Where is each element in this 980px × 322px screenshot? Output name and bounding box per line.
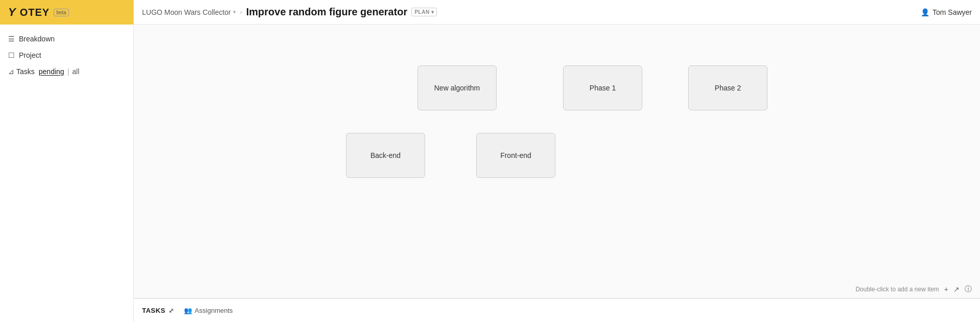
sidebar-item-project-label: Project <box>19 51 41 59</box>
logo-text: OTEY <box>20 7 50 18</box>
tasks-footer: TASKS ⤢ 👥 Assignments <box>134 298 980 322</box>
dropdown-chevron-icon: ▾ <box>233 9 236 15</box>
sidebar-item-breakdown-label: Breakdown <box>19 35 55 43</box>
canvas-node-phase-1[interactable]: Phase 1 <box>563 65 642 110</box>
header: LUGO Moon Wars Collector ▾ › Improve ran… <box>134 0 980 25</box>
canvas-node-new-algorithm[interactable]: New algorithm <box>417 65 497 110</box>
add-node-icon[interactable]: + <box>944 285 948 293</box>
plan-badge-label: PLAN <box>414 9 429 15</box>
info-icon[interactable]: ⓘ <box>965 285 972 294</box>
canvas-hint: Double-click to add a new item + ↗ ⓘ <box>855 285 972 294</box>
user-avatar-icon: 👤 <box>921 8 929 16</box>
sidebar: Y OTEY beta ☰ Breakdown ☐ Project ⊿ Task… <box>0 0 134 322</box>
tasks-title: TASKS <box>142 307 166 314</box>
canvas-node-phase-2[interactable]: Phase 2 <box>688 65 767 110</box>
canvas-area[interactable]: Double-click to add a new item + ↗ ⓘ New… <box>134 25 980 298</box>
page-title: Improve random figure generator <box>246 6 408 18</box>
canvas-node-back-end[interactable]: Back-end <box>346 133 425 178</box>
plan-badge[interactable]: PLAN ▾ <box>411 8 437 16</box>
tasks-pending-filter[interactable]: pending <box>39 67 64 76</box>
tasks-label: Tasks <box>16 67 35 76</box>
sidebar-nav: ☰ Breakdown ☐ Project ⊿ Tasks pending | … <box>0 25 133 86</box>
assignments-people-icon: 👥 <box>184 307 192 314</box>
sidebar-item-project[interactable]: ☐ Project <box>0 47 133 63</box>
breakdown-icon: ☰ <box>8 35 15 43</box>
canvas-node-front-end[interactable]: Front-end <box>476 133 555 178</box>
beta-badge: beta <box>54 9 68 16</box>
tasks-all-filter[interactable]: all <box>72 67 79 76</box>
tasks-expand-icon[interactable]: ⤢ <box>169 307 174 314</box>
tasks-separator: | <box>67 67 69 76</box>
breadcrumb-separator: › <box>240 9 242 16</box>
project-icon: ☐ <box>8 51 15 59</box>
user-menu[interactable]: 👤 Tom Sawyer <box>921 8 972 16</box>
tasks-filter-icon: ⊿ <box>8 67 14 76</box>
breadcrumb-project[interactable]: LUGO Moon Wars Collector ▾ <box>142 8 236 16</box>
external-link-icon[interactable]: ↗ <box>953 285 960 293</box>
sidebar-tasks-row: ⊿ Tasks pending | all <box>0 63 133 80</box>
sidebar-item-breakdown[interactable]: ☰ Breakdown <box>0 31 133 47</box>
logo-y-letter: Y <box>8 6 16 19</box>
hint-text: Double-click to add a new item <box>855 286 939 293</box>
assignments-button[interactable]: 👥 Assignments <box>180 305 237 316</box>
assignments-label: Assignments <box>195 307 232 314</box>
plan-dropdown-chevron-icon: ▾ <box>431 9 434 15</box>
logo-area: Y OTEY beta <box>0 0 133 25</box>
main-content: LUGO Moon Wars Collector ▾ › Improve ran… <box>134 0 980 322</box>
tasks-section-label: TASKS ⤢ <box>142 307 174 314</box>
project-breadcrumb-label: LUGO Moon Wars Collector <box>142 8 231 16</box>
user-name: Tom Sawyer <box>932 8 972 16</box>
